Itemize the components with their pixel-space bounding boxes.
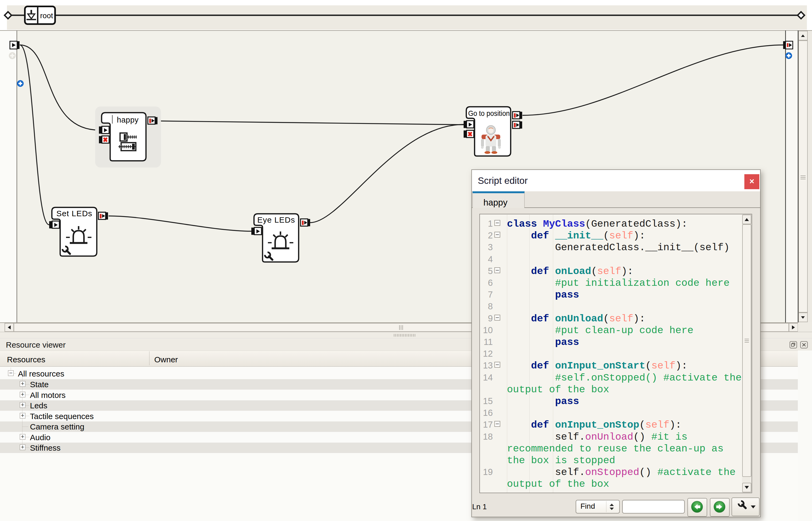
svg-text:Go to position: Go to position: [468, 109, 509, 118]
svg-text:Set LEDs: Set LEDs: [56, 209, 93, 218]
svg-text:happy: happy: [117, 116, 139, 124]
svg-text:root: root: [40, 12, 53, 20]
svg-text:Eye LEDs: Eye LEDs: [257, 216, 295, 224]
